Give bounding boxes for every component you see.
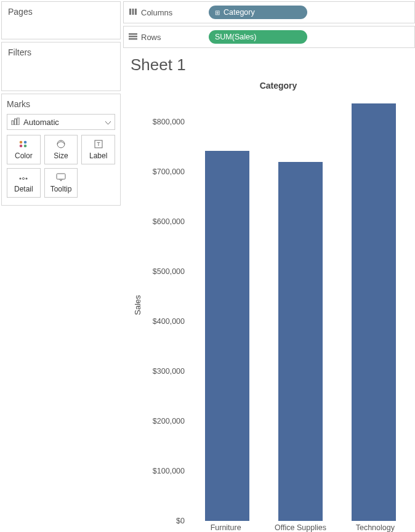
x-tick: Technology: [338, 523, 413, 532]
y-tick: $600,000: [153, 217, 185, 226]
marks-tooltip-label: Tooltip: [50, 185, 72, 193]
marks-card: Marks Automatic: [1, 94, 121, 206]
y-axis[interactable]: $0$100,000$200,000$300,000$400,000$500,0…: [144, 97, 188, 521]
column-header[interactable]: Category: [144, 78, 413, 97]
marks-label-label: Label: [89, 151, 107, 160]
sheet-title[interactable]: Sheet 1: [131, 55, 413, 75]
chart-bar[interactable]: [278, 162, 323, 521]
columns-icon: [129, 8, 137, 17]
svg-point-6: [24, 145, 27, 148]
svg-point-3: [20, 141, 23, 144]
mark-type-dropdown[interactable]: Automatic: [7, 114, 115, 130]
worksheet-view: Sheet 1 Sales Category $0$100,000$200,00…: [122, 49, 415, 532]
svg-rect-16: [135, 9, 137, 15]
y-tick: $0: [176, 517, 185, 525]
y-tick: $800,000: [153, 118, 185, 126]
y-axis-label[interactable]: Sales: [133, 295, 142, 315]
svg-point-10: [20, 177, 22, 179]
marks-tooltip-button[interactable]: Tooltip: [44, 168, 78, 198]
side-panels: Pages Filters Marks Automatic: [0, 0, 122, 532]
svg-rect-14: [129, 9, 131, 15]
marks-color-label: Color: [15, 151, 33, 160]
rows-shelf[interactable]: Rows SUM(Sales): [123, 26, 415, 48]
x-tick: Furniture: [188, 523, 263, 532]
columns-pill-category[interactable]: ⊞ Category: [209, 6, 307, 19]
svg-rect-17: [129, 33, 137, 35]
marks-title: Marks: [7, 99, 115, 109]
filters-shelf[interactable]: Filters: [1, 42, 121, 91]
y-tick: $500,000: [153, 267, 185, 276]
marks-detail-label: Detail: [14, 185, 33, 193]
svg-rect-19: [129, 38, 137, 40]
svg-text:T: T: [97, 141, 100, 147]
size-icon: [55, 139, 66, 149]
columns-pill-label: Category: [224, 8, 255, 17]
marks-size-label: Size: [54, 151, 68, 160]
tooltip-icon: [56, 172, 66, 182]
pages-shelf[interactable]: Pages: [1, 1, 121, 39]
marks-detail-button[interactable]: Detail: [7, 168, 41, 198]
columns-shelf-label: Columns: [141, 8, 172, 17]
svg-rect-0: [12, 121, 14, 125]
svg-point-4: [24, 141, 27, 144]
svg-point-5: [20, 145, 23, 148]
mark-type-label: Automatic: [23, 118, 59, 127]
chart-bar[interactable]: [352, 103, 396, 521]
y-tick: $200,000: [153, 417, 185, 425]
svg-rect-13: [57, 174, 65, 179]
rows-icon: [129, 33, 137, 42]
svg-rect-15: [132, 9, 134, 15]
y-tick: $700,000: [153, 167, 185, 176]
chart-bar[interactable]: [205, 151, 249, 521]
svg-rect-2: [17, 118, 19, 125]
expand-icon: ⊞: [215, 9, 220, 16]
svg-rect-1: [15, 119, 17, 125]
marks-color-button[interactable]: Color: [7, 135, 41, 164]
y-tick: $300,000: [153, 367, 185, 376]
pages-title: Pages: [8, 7, 114, 17]
rows-shelf-label: Rows: [141, 33, 161, 42]
color-icon: [18, 139, 28, 149]
y-tick: $400,000: [153, 317, 185, 326]
svg-point-12: [26, 177, 28, 179]
y-tick: $100,000: [153, 467, 185, 475]
x-tick: Office Supplies: [263, 523, 337, 532]
svg-rect-18: [129, 36, 137, 38]
marks-size-button[interactable]: Size: [44, 135, 78, 164]
marks-label-button[interactable]: T Label: [81, 135, 115, 164]
rows-pill-sum-sales[interactable]: SUM(Sales): [209, 30, 307, 44]
columns-shelf[interactable]: Columns ⊞ Category: [123, 1, 415, 23]
rows-pill-label: SUM(Sales): [215, 33, 256, 41]
filters-title: Filters: [8, 47, 114, 57]
chart-plot-area[interactable]: [188, 97, 413, 521]
x-axis[interactable]: FurnitureOffice SuppliesTechnology: [188, 521, 413, 532]
chevron-down-icon: [105, 118, 111, 127]
label-icon: T: [94, 139, 103, 149]
bar-chart-icon: [11, 118, 20, 127]
detail-icon: [18, 172, 28, 182]
svg-point-11: [23, 177, 25, 179]
